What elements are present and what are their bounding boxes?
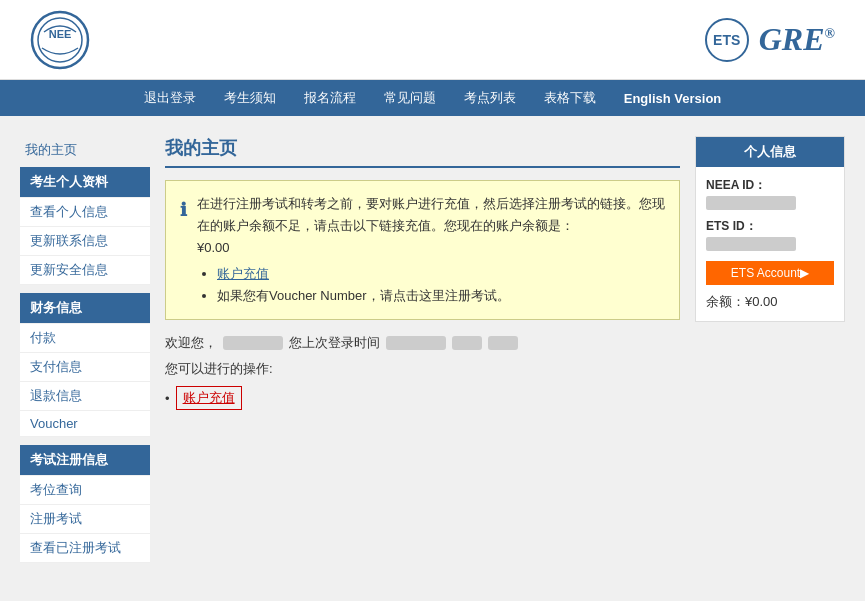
neea-id-value-blurred [706, 196, 796, 210]
nav-locations[interactable]: 考点列表 [450, 81, 530, 115]
info-icon: ℹ [180, 195, 187, 307]
nav-logout[interactable]: 退出登录 [130, 81, 210, 115]
sidebar-item-voucher[interactable]: Voucher [20, 411, 150, 437]
sidebar-item-seat-query[interactable]: 考位查询 [20, 476, 150, 505]
ets-id-row: ETS ID： [706, 218, 834, 251]
welcome-row: 欢迎您， 用户名 您上次登录时间 时间 [165, 334, 680, 352]
welcome-prefix: 欢迎您， [165, 334, 217, 352]
sidebar-item-payment[interactable]: 付款 [20, 324, 150, 353]
svg-point-0 [32, 12, 88, 68]
personal-info-header: 个人信息 [696, 137, 844, 167]
sidebar-item-view-info[interactable]: 查看个人信息 [20, 198, 150, 227]
topup-link[interactable]: 账户充值 [217, 266, 269, 281]
sidebar-item-view-registered[interactable]: 查看已注册考试 [20, 534, 150, 563]
ets-id-value-blurred [706, 237, 796, 251]
last-login-blurred: 时间 [386, 336, 446, 350]
info-text: 在进行注册考试和转考之前，要对账户进行充值，然后选择注册考试的链接。您现在的账户… [197, 193, 665, 307]
sidebar: 我的主页 考生个人资料 查看个人信息 更新联系信息 更新安全信息 财务信息 付款… [20, 136, 150, 563]
ets-badge: ETS [705, 18, 749, 62]
welcome-suffix: 您上次登录时间 [289, 334, 380, 352]
nav-process[interactable]: 报名流程 [290, 81, 370, 115]
info-box: ℹ 在进行注册考试和转考之前，要对账户进行充值，然后选择注册考试的链接。您现在的… [165, 180, 680, 320]
main-content: 我的主页 ℹ 在进行注册考试和转考之前，要对账户进行充值，然后选择注册考试的链接… [165, 136, 680, 563]
svg-text:NEE: NEE [49, 28, 72, 40]
nav-forms[interactable]: 表格下载 [530, 81, 610, 115]
personal-info-box: 个人信息 NEEA ID： ETS ID： ETS Account▶ 余额：¥0… [695, 136, 845, 322]
nav-english-version[interactable]: English Version [610, 83, 736, 114]
main-navbar: 退出登录 考生须知 报名流程 常见问题 考点列表 表格下载 English Ve… [0, 80, 865, 116]
info-text-main: 在进行注册考试和转考之前，要对账户进行充值，然后选择注册考试的链接。您现在的账户… [197, 196, 665, 233]
page-title: 我的主页 [165, 136, 680, 168]
sidebar-item-update-contact[interactable]: 更新联系信息 [20, 227, 150, 256]
operation-topup-link[interactable]: 账户充值 [176, 386, 242, 410]
operations-label: 您可以进行的操作: [165, 360, 680, 378]
sidebar-section-personal: 考生个人资料 [20, 167, 150, 197]
ets-id-label: ETS ID： [706, 218, 834, 235]
gre-logo: GRE® [759, 21, 835, 58]
sidebar-section-finance: 财务信息 [20, 293, 150, 323]
balance-row: 余额：¥0.00 [706, 293, 834, 311]
sidebar-item-payment-info[interactable]: 支付信息 [20, 353, 150, 382]
operation-item: 账户充值 [165, 386, 680, 410]
personal-info-body: NEEA ID： ETS ID： ETS Account▶ 余额：¥0.00 [696, 167, 844, 321]
ets-gre-logo: ETS GRE® [705, 18, 835, 62]
sidebar-my-home[interactable]: 我的主页 [20, 136, 150, 167]
info-amount: ¥0.00 [197, 240, 230, 255]
right-panel: 个人信息 NEEA ID： ETS ID： ETS Account▶ 余额：¥0… [695, 136, 845, 563]
nav-notice[interactable]: 考生须知 [210, 81, 290, 115]
username-blurred: 用户名 [223, 336, 283, 350]
sidebar-section-exam: 考试注册信息 [20, 445, 150, 475]
voucher-info-text: 如果您有Voucher Number，请点击这里注册考试。 [217, 288, 510, 303]
main-container: 我的主页 考生个人资料 查看个人信息 更新联系信息 更新安全信息 财务信息 付款… [0, 116, 865, 583]
operations-list: 账户充值 [165, 386, 680, 410]
nav-faq[interactable]: 常见问题 [370, 81, 450, 115]
last-login-blurred2 [452, 336, 482, 350]
sidebar-item-register-exam[interactable]: 注册考试 [20, 505, 150, 534]
neea-id-row: NEEA ID： [706, 177, 834, 210]
ets-account-button[interactable]: ETS Account▶ [706, 261, 834, 285]
sidebar-item-update-security[interactable]: 更新安全信息 [20, 256, 150, 285]
sidebar-item-refund[interactable]: 退款信息 [20, 382, 150, 411]
svg-point-1 [38, 18, 82, 62]
nee-logo: NEE [30, 10, 90, 70]
page-header: NEE ETS GRE® [0, 0, 865, 80]
neea-id-label: NEEA ID： [706, 177, 834, 194]
last-login-blurred3 [488, 336, 518, 350]
